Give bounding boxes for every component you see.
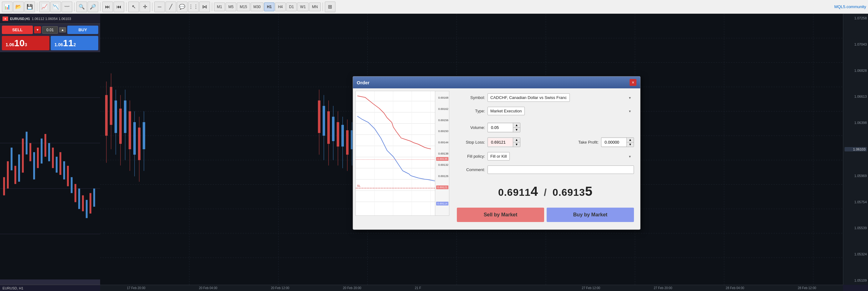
svg-rect-25 — [82, 195, 84, 211]
tf-m15[interactable]: M15 — [237, 2, 250, 11]
tf-h1[interactable]: H1 — [264, 2, 274, 11]
tp-field-wrap: ▲ ▼ — [601, 137, 634, 147]
buy-price-sup: 2 — [73, 42, 76, 47]
tf-m30[interactable]: M30 — [251, 2, 264, 11]
indicators-btn[interactable]: 📈 — [39, 2, 50, 12]
volume-input[interactable] — [42, 26, 58, 34]
buy-button[interactable]: BUY — [67, 26, 98, 34]
svg-rect-27 — [90, 193, 91, 214]
volume-up-spinner[interactable]: ▲ — [513, 123, 520, 128]
chart-btn[interactable]: 📉 — [51, 2, 61, 12]
hline-btn[interactable]: ─ — [154, 2, 165, 12]
svg-rect-26 — [86, 200, 88, 218]
dialog-close-button[interactable]: × — [629, 79, 637, 86]
volume-field[interactable] — [488, 124, 513, 132]
zoom-in-btn[interactable]: 🔍 — [76, 2, 87, 12]
tf-m5[interactable]: M5 — [226, 2, 237, 11]
bid-ask-prices: 0.69114 / 0.69135 — [457, 184, 634, 199]
take-profit-field[interactable] — [601, 138, 626, 146]
text-btn[interactable]: 💬 — [177, 2, 187, 12]
svg-rect-7 — [14, 166, 16, 184]
new-chart-btn[interactable]: 📊 — [2, 2, 12, 12]
tf-d1[interactable]: D1 — [286, 2, 297, 11]
svg-rect-10 — [26, 132, 28, 154]
line-chart-btn[interactable]: 〰 — [62, 2, 72, 12]
time-label-8: 27 Feb 12:00 — [582, 286, 600, 290]
fill-policy-select-wrapper: Fill or Kill — [488, 152, 634, 160]
time-label-10: 28 Feb 04:00 — [725, 286, 744, 290]
sl-up-spinner[interactable]: ▲ — [513, 138, 520, 142]
tp-up-spinner[interactable]: ▲ — [627, 138, 633, 142]
mini-price-4: 0.69144 — [438, 141, 448, 144]
fibs-btn[interactable]: ⋈ — [199, 2, 210, 12]
save-btn[interactable]: 💾 — [24, 2, 35, 12]
dialog-mini-chart: SL 0.69168 0.69162 0.69156 0.69150 0.691… — [355, 91, 450, 216]
type-select[interactable]: Market Execution — [488, 107, 525, 115]
svg-rect-28 — [93, 189, 95, 207]
sep7 — [322, 2, 323, 11]
svg-rect-49 — [105, 95, 107, 136]
tf-w1[interactable]: W1 — [297, 2, 309, 11]
scroll-left-btn[interactable]: ⏮ — [114, 2, 124, 12]
sell-by-market-button[interactable]: Sell by Market — [457, 208, 544, 222]
open-btn[interactable]: 📂 — [13, 2, 24, 12]
mini-price-sl2: 0.69121 — [436, 185, 448, 189]
form-spacer — [457, 120, 634, 123]
dialog-titlebar: Order × — [353, 76, 640, 88]
volume-down-spinner[interactable]: ▼ — [513, 128, 520, 132]
svg-rect-73 — [332, 117, 335, 141]
status-bar: EURUSD, H1 — [0, 285, 100, 291]
symbol-label: Symbol: — [457, 95, 485, 100]
svg-rect-18 — [56, 157, 58, 173]
tf-mn[interactable]: MN — [309, 2, 321, 11]
chart-props-btn[interactable]: ⊞ — [325, 2, 335, 12]
dialog-body: SL 0.69168 0.69162 0.69156 0.69150 0.691… — [353, 88, 640, 229]
volume-up-btn[interactable]: ▲ — [59, 27, 66, 33]
mql5-link[interactable]: MQL5.community — [834, 4, 866, 9]
symbol-row: Symbol: CADCHF, Canadian Dollar vs Swiss… — [457, 94, 634, 102]
price-1.05754: 1.05754 — [844, 200, 867, 204]
buy-by-market-button[interactable]: Buy by Market — [547, 208, 634, 222]
svg-rect-23 — [74, 184, 76, 202]
ask-price: 0.69135 — [553, 187, 593, 198]
price-1.05969: 1.05969 — [844, 174, 867, 178]
tp-spinners: ▲ ▼ — [626, 138, 633, 147]
tline-btn[interactable]: ╱ — [165, 2, 176, 12]
tp-down-spinner[interactable]: ▼ — [627, 142, 633, 147]
sep2 — [74, 2, 74, 11]
trade-controls: SELL ▼ ▲ BUY — [0, 24, 100, 36]
sell-dropdown[interactable]: ▼ — [34, 26, 41, 33]
mini-price-7: 0.69126 — [438, 175, 448, 178]
tf-m1[interactable]: M1 — [214, 2, 225, 11]
tf-h4[interactable]: H4 — [275, 2, 285, 11]
buy-price-prefix: 1.06 — [55, 42, 63, 47]
current-price-label: 1.06103 — [844, 147, 867, 151]
svg-rect-9 — [22, 139, 24, 173]
price-axis: 1.07258 1.07043 1.06828 1.06613 1.06398 … — [843, 14, 868, 285]
price-1.07043: 1.07043 — [844, 42, 867, 46]
cursor-btn[interactable]: ↖ — [128, 2, 139, 12]
zoom-out-btn[interactable]: 🔎 — [88, 2, 98, 12]
fill-policy-select[interactable]: Fill or Kill — [488, 152, 510, 160]
scroll-right-btn[interactable]: ⏭ — [102, 2, 113, 12]
time-axis: 17 Feb 20:00 20 Feb 04:00 20 Feb 12:00 2… — [100, 285, 843, 291]
time-label-4: 20 Feb 20:00 — [343, 286, 362, 290]
svg-rect-79 — [346, 130, 348, 154]
action-buttons: Sell by Market Buy by Market — [457, 205, 634, 224]
svg-rect-6 — [11, 148, 12, 171]
symbol-select[interactable]: CADCHF, Canadian Dollar vs Swiss Franc — [488, 94, 570, 102]
comment-field[interactable] — [488, 166, 634, 174]
price-1.06828: 1.06828 — [844, 69, 867, 72]
mini-price-3: 0.69150 — [438, 130, 448, 133]
price-1.07258: 1.07258 — [844, 16, 867, 20]
sl-spinners: ▲ ▼ — [513, 138, 520, 147]
crosshair-btn[interactable]: ✛ — [140, 2, 150, 12]
left-panel: ▲ EURUSD,H1 1.06112 1.06054 1.06103 SELL… — [0, 14, 100, 291]
time-label-2: 20 Feb 04:00 — [199, 286, 217, 290]
stop-loss-field[interactable] — [488, 138, 513, 146]
sell-button[interactable]: SELL — [2, 26, 33, 34]
time-label-11: 28 Feb 12:00 — [798, 286, 816, 290]
sl-down-spinner[interactable]: ▼ — [513, 142, 520, 147]
grid-btn[interactable]: ⋮⋮ — [188, 2, 199, 12]
volume-spinners: ▲ ▼ — [513, 123, 520, 132]
